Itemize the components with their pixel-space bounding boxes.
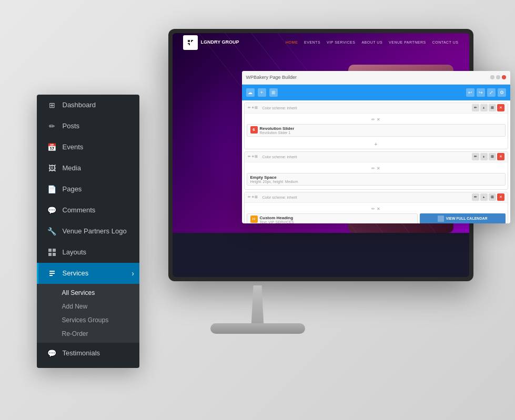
services-label: Services: [63, 269, 89, 277]
sidebar-item-venue-partners[interactable]: 🔧 Venue Partners Logo: [37, 221, 139, 242]
monitor-base: [210, 323, 305, 334]
undo-icon[interactable]: ↩: [466, 88, 474, 97]
wpb-window-controls: [490, 75, 506, 79]
wpb-row-1: ✏ ≡ ⊞ Color scheme: inherit ✏ + ⊞ ✕ ✏ ✕: [244, 103, 508, 149]
wpbakery-panel: WPBakery Page Builder ☁ + ⊞ ↩ ↪ ⤢ ⚙: [242, 71, 510, 223]
row2-copy[interactable]: ⊞: [489, 153, 496, 160]
sidebar-item-media[interactable]: 🖼 Media: [37, 158, 139, 179]
row2-header: ✏ ≡ ⊞ Color scheme: inherit ✏ + ⊞ ✕: [245, 152, 508, 162]
venue-label: Venue Partners Logo: [63, 227, 127, 235]
services-submenu: All Services Add New Services Groups Re-…: [37, 284, 139, 343]
row1-edit[interactable]: ✏: [472, 104, 479, 111]
row1-add-after[interactable]: +: [245, 140, 508, 149]
sidebar-item-dashboard[interactable]: ⊞ Dashboard: [37, 95, 139, 116]
sidebar-item-layouts[interactable]: Layouts: [37, 242, 139, 263]
row2-add-el[interactable]: ✏ ✕: [247, 165, 506, 173]
row1-delete[interactable]: ✕: [497, 104, 504, 111]
events-sidebar-icon: 📅: [47, 142, 57, 152]
sidebar-item-services[interactable]: Services ›: [37, 263, 139, 284]
services-icon: [47, 268, 57, 279]
row2-add[interactable]: +: [480, 153, 488, 160]
row1-body: ✏ ✕ 6 Revolution Slider Revolution Slide…: [245, 114, 508, 140]
monitor: LGNDRY GROUP HOME EVENTS VIP SERVICES AB…: [168, 29, 494, 355]
testimonials-label: Testimonials: [63, 349, 100, 357]
rev-slider-icon: 6: [250, 126, 258, 134]
row1-copy[interactable]: ⊞: [489, 104, 496, 111]
posts-icon: ✏: [47, 121, 57, 131]
row2-actions: ✏ + ⊞ ✕: [472, 153, 504, 160]
row3-delete[interactable]: ✕: [497, 193, 504, 201]
submenu-re-order[interactable]: Re-Order: [37, 327, 139, 341]
row3-actions: ✏ + ⊞ ✕: [472, 193, 504, 201]
row3-header: ✏ ≡ ⊞ Color scheme: inherit ✏ + ⊞ ✕: [245, 192, 508, 203]
website-nav-links: HOME EVENTS VIP SERVICES ABOUT US VENUE …: [286, 40, 458, 44]
rev-slider-content: Revolution Slider Revolution Slider 1: [260, 126, 502, 135]
heading-content: Custom Heading Text: VIP SERVICES: [260, 216, 414, 223]
row3-edit[interactable]: ✏: [472, 193, 479, 201]
cloud-icon[interactable]: ☁: [246, 88, 255, 97]
nav-about[interactable]: ABOUT US: [361, 40, 382, 44]
copy-icon[interactable]: ⊞: [269, 88, 278, 97]
custom-heading-element: H Custom Heading Text: VIP SERVICES: [247, 213, 418, 223]
view-calendar-button[interactable]: VIEW FULL CALENDAR: [420, 213, 506, 223]
row1-header: ✏ ≡ ⊞ Color scheme: inherit ✏ + ⊞ ✕: [245, 103, 508, 114]
sidebar-item-pages[interactable]: 📄 Pages: [37, 179, 139, 200]
add-icon[interactable]: +: [258, 88, 266, 97]
wp-admin-sidebar: ⊞ Dashboard ✏ Posts 📅 Events 🖼 Media 📄 P…: [37, 95, 139, 368]
heading-icon: H: [250, 216, 258, 223]
maximize-btn[interactable]: [496, 75, 500, 79]
wpb-row-3: ✏ ≡ ⊞ Color scheme: inherit ✏ + ⊞ ✕ ✏ ✕: [244, 192, 508, 223]
toolbar-right: ↩ ↪ ⤢ ⚙: [466, 88, 506, 97]
minimize-btn[interactable]: [490, 75, 494, 79]
nav-vip[interactable]: VIP SERVICES: [327, 40, 355, 44]
expand-icon[interactable]: ⤢: [487, 88, 496, 97]
submenu-add-new[interactable]: Add New: [37, 300, 139, 313]
close-btn[interactable]: [502, 75, 506, 79]
events-label: Events: [63, 143, 84, 151]
media-label: Media: [63, 164, 81, 172]
logo-text: LGNDRY GROUP: [201, 40, 239, 45]
row2-edit[interactable]: ✏: [472, 153, 479, 160]
row3-side-col: VIEW FULL CALENDAR: [420, 213, 506, 223]
empty-space-content: Empty Space Height: 20px, height: Medium: [250, 175, 502, 183]
sidebar-item-posts[interactable]: ✏ Posts: [37, 116, 139, 137]
comments-icon: 💬: [47, 205, 57, 216]
posts-label: Posts: [63, 122, 80, 130]
pages-icon: 📄: [47, 184, 57, 194]
row3-add-el[interactable]: ✏ ✕: [247, 205, 506, 213]
row3-copy[interactable]: ⊞: [489, 193, 496, 201]
nav-events[interactable]: EVENTS: [304, 40, 320, 44]
wpb-title: WPBakery Page Builder: [246, 75, 487, 80]
svg-rect-5: [53, 249, 56, 252]
pages-label: Pages: [63, 185, 82, 193]
svg-rect-7: [53, 253, 56, 256]
submenu-all-services[interactable]: All Services: [37, 286, 139, 300]
submenu-services-groups[interactable]: Services Groups: [37, 313, 139, 327]
nav-contact[interactable]: CONTACT US: [432, 40, 459, 44]
row3-add[interactable]: +: [480, 193, 488, 201]
sidebar-item-testimonials[interactable]: 💬 Testimonials: [37, 343, 139, 364]
website-nav: LGNDRY GROUP HOME EVENTS VIP SERVICES AB…: [173, 33, 469, 52]
nav-home[interactable]: HOME: [286, 40, 298, 44]
comments-label: Comments: [63, 206, 96, 214]
row3-two-col: H Custom Heading Text: VIP SERVICES: [247, 213, 506, 223]
logo-icon: [183, 35, 198, 50]
svg-rect-4: [48, 249, 52, 252]
empty-space-element: Empty Space Height: 20px, height: Medium: [247, 173, 506, 186]
row2-body: ✏ ✕ Empty Space Height: 20px, height: Me…: [245, 162, 508, 189]
nav-venue[interactable]: VENUE PARTNERS: [389, 40, 426, 44]
media-icon: 🖼: [47, 163, 57, 173]
wpb-titlebar: WPBakery Page Builder: [242, 71, 510, 85]
calendar-icon: [438, 216, 444, 222]
sidebar-item-events[interactable]: 📅 Events: [37, 137, 139, 158]
row2-delete[interactable]: ✕: [497, 153, 504, 160]
revolution-slider-element: 6 Revolution Slider Revolution Slider 1: [247, 124, 506, 137]
website-logo: LGNDRY GROUP: [183, 35, 239, 50]
redo-icon[interactable]: ↪: [477, 88, 485, 97]
row1-add[interactable]: +: [480, 104, 488, 111]
dashboard-icon: ⊞: [47, 100, 57, 110]
row1-add-el[interactable]: ✏ ✕: [247, 116, 506, 124]
row3-body: ✏ ✕ H Custom Heading Text: VIP SERVICES: [245, 203, 508, 223]
settings-icon[interactable]: ⚙: [498, 88, 506, 97]
sidebar-item-comments[interactable]: 💬 Comments: [37, 200, 139, 221]
